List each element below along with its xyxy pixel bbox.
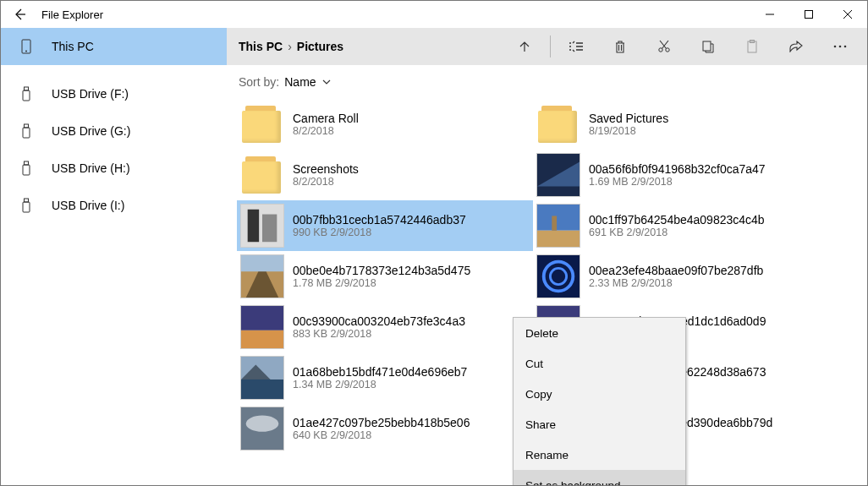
- sidebar-item-label: USB Drive (F:): [52, 87, 129, 101]
- pc-icon: [19, 39, 33, 54]
- ctx-copy[interactable]: Copy: [514, 379, 685, 409]
- svg-rect-5: [25, 124, 29, 128]
- ctx-cut[interactable]: Cut: [514, 348, 685, 379]
- svg-rect-26: [241, 330, 283, 348]
- copy-button[interactable]: [688, 28, 728, 65]
- svg-rect-4: [23, 90, 30, 101]
- svg-rect-3: [25, 87, 29, 90]
- item-sub: 640 KB 2/9/2018: [293, 429, 470, 441]
- usb-icon: [19, 86, 33, 101]
- ctx-set-background[interactable]: Set as background: [514, 470, 685, 485]
- command-bar: This PC › Pictures: [227, 28, 867, 65]
- item-sub: 691 KB 2/9/2018: [589, 227, 765, 238]
- chevron-down-icon: [321, 79, 332, 85]
- folder-item[interactable]: Camera Roll8/2/2018: [237, 99, 533, 150]
- sidebar-item-label: USB Drive (G:): [52, 124, 130, 138]
- svg-rect-0: [805, 11, 813, 19]
- breadcrumb-current[interactable]: Pictures: [297, 40, 343, 53]
- item-name: 00be0e4b7178373e124b3a5d475: [293, 264, 470, 277]
- sidebar-item-usb-f[interactable]: USB Drive (F:): [1, 75, 227, 112]
- file-item[interactable]: 00ea23efe48baae09f07be287dfb2.33 MB 2/9/…: [533, 251, 829, 302]
- file-item[interactable]: 00a56f6bf0f941968b32cf0ca7a471.69 MB 2/9…: [533, 150, 829, 200]
- ctx-delete[interactable]: Delete: [514, 318, 685, 348]
- item-name: 01a68beb15bdf471e0d4e696eb7: [293, 365, 467, 379]
- svg-rect-25: [241, 306, 283, 330]
- sidebar-item-usb-h[interactable]: USB Drive (H:): [1, 150, 227, 187]
- svg-rect-33: [537, 205, 580, 231]
- file-item-selected[interactable]: 00b7fbb31cecb1a5742446adb37990 KB 2/9/20…: [237, 200, 533, 251]
- item-name: 00a56f6bf0f941968b32cf0ca7a47: [589, 162, 766, 176]
- paste-button[interactable]: [732, 28, 772, 65]
- item-name: 00ea23efe48baae09f07be287dfb: [589, 264, 763, 277]
- share-button[interactable]: [776, 28, 816, 65]
- divider: [550, 35, 551, 57]
- delete-button[interactable]: [600, 28, 640, 65]
- breadcrumb-parent[interactable]: This PC: [239, 40, 283, 53]
- image-thumbnail: [536, 204, 580, 248]
- breadcrumb[interactable]: This PC › Pictures: [239, 40, 343, 53]
- maximize-button[interactable]: [789, 1, 828, 28]
- sidebar-item-this-pc[interactable]: This PC: [1, 28, 227, 65]
- svg-rect-7: [25, 161, 29, 165]
- svg-point-17: [839, 46, 842, 48]
- item-name: Screenshots: [293, 162, 359, 176]
- item-sub: 1.69 MB 2/9/2018: [589, 176, 766, 188]
- svg-point-18: [844, 46, 847, 48]
- file-item[interactable]: 01ae427c097be25bebb418b5e06640 KB 2/9/20…: [237, 403, 533, 454]
- minimize-button[interactable]: [750, 1, 789, 28]
- svg-rect-21: [262, 215, 277, 243]
- image-thumbnail: [240, 305, 284, 349]
- sort-row[interactable]: Sort by: Name: [227, 65, 867, 99]
- svg-rect-24: [241, 255, 283, 271]
- file-item[interactable]: 01a68beb15bdf471e0d4e696eb71.34 MB 2/9/2…: [237, 352, 533, 403]
- item-sub: 883 KB 2/9/2018: [293, 328, 465, 340]
- file-explorer-window: File Explorer This PC: [0, 0, 868, 486]
- item-sub: 1.34 MB 2/9/2018: [293, 379, 467, 390]
- sidebar-item-usb-i[interactable]: USB Drive (I:): [1, 187, 227, 224]
- svg-point-16: [834, 46, 837, 48]
- folder-icon: [240, 102, 284, 146]
- folder-icon: [536, 102, 580, 146]
- svg-rect-10: [23, 202, 30, 212]
- cut-button[interactable]: [644, 28, 684, 65]
- sort-value: Name: [284, 75, 316, 89]
- folder-item[interactable]: Screenshots8/2/2018: [237, 150, 533, 200]
- sort-label: Sort by:: [239, 75, 279, 89]
- ctx-share[interactable]: Share: [514, 409, 685, 440]
- file-item[interactable]: 00c93900ca003204eb73fe3c4a3883 KB 2/9/20…: [237, 302, 533, 352]
- svg-rect-34: [537, 231, 580, 247]
- item-name: Camera Roll: [293, 112, 359, 125]
- ctx-rename[interactable]: Rename: [514, 440, 685, 470]
- item-sub: 2.33 MB 2/9/2018: [589, 277, 763, 289]
- item-name: 01ae427c097be25bebb418b5e06: [293, 416, 470, 429]
- image-thumbnail: [536, 153, 580, 197]
- folder-item[interactable]: Saved Pictures8/19/2018: [533, 99, 829, 150]
- svg-rect-29: [241, 380, 283, 399]
- more-button[interactable]: [820, 28, 860, 65]
- item-date: 8/19/2018: [589, 125, 668, 137]
- item-date: 8/2/2018: [293, 125, 359, 137]
- sidebar-item-label: USB Drive (H:): [52, 161, 130, 175]
- file-item[interactable]: 00c1ff97b64254be4a09823c4c4b691 KB 2/9/2…: [533, 200, 829, 251]
- usb-icon: [19, 123, 33, 139]
- svg-rect-6: [23, 128, 30, 138]
- grid-column-left: Camera Roll8/2/2018 Screenshots8/2/2018 …: [237, 99, 533, 454]
- chevron-right-icon: ›: [288, 40, 292, 53]
- file-item[interactable]: 00be0e4b7178373e124b3a5d4751.78 MB 2/9/2…: [237, 251, 533, 302]
- item-sub: 1.78 MB 2/9/2018: [293, 277, 470, 289]
- svg-point-2: [25, 51, 27, 52]
- up-button[interactable]: [504, 28, 545, 65]
- window-title: File Explorer: [38, 8, 103, 21]
- item-name: 00c93900ca003204eb73fe3c4a3: [293, 314, 465, 328]
- item-name: Saved Pictures: [589, 112, 668, 125]
- svg-rect-8: [23, 165, 30, 175]
- usb-icon: [19, 198, 33, 213]
- sidebar-item-label: USB Drive (I:): [52, 199, 124, 212]
- item-date: 8/2/2018: [293, 176, 359, 188]
- close-button[interactable]: [828, 1, 867, 28]
- content-area: Sort by: Name Camera Roll8/2/2018: [227, 65, 867, 485]
- view-button[interactable]: [556, 28, 596, 65]
- image-thumbnail: [536, 254, 580, 298]
- back-button[interactable]: [1, 1, 38, 28]
- sidebar-item-usb-g[interactable]: USB Drive (G:): [1, 112, 227, 150]
